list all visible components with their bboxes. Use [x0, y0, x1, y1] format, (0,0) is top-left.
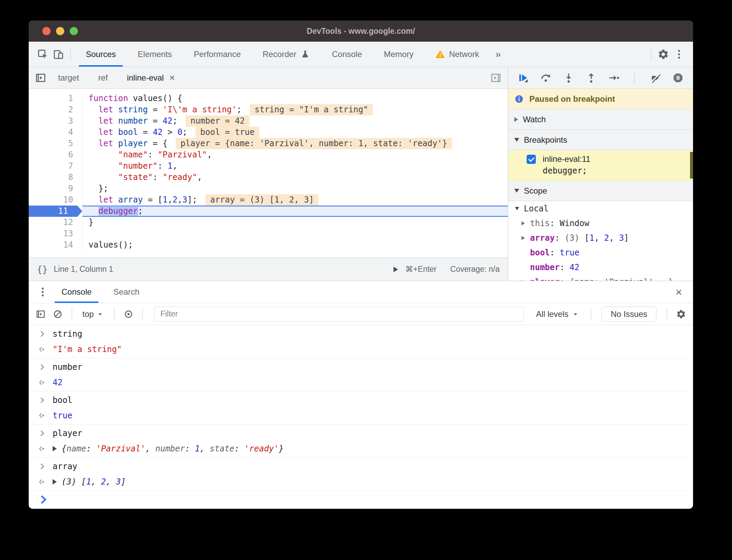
log-levels-selector[interactable]: All levels [531, 309, 584, 319]
console-result-row[interactable]: 42 [29, 375, 693, 390]
console-result-row[interactable]: {name: 'Parzival', number: 1, state: 're… [29, 441, 693, 456]
device-toolbar-icon[interactable] [51, 46, 66, 62]
code-text[interactable]: "number": 1, [82, 160, 508, 172]
console-prompt[interactable] [29, 491, 693, 508]
pause-on-exceptions-icon[interactable] [672, 71, 684, 85]
breakpoint-entry[interactable]: inline-eval:11 debugger; [508, 150, 693, 181]
step-into-icon[interactable] [562, 71, 575, 85]
tab-sources[interactable]: Sources [75, 42, 127, 67]
show-navigator-icon[interactable] [33, 70, 49, 86]
inspect-element-icon[interactable] [35, 46, 51, 62]
line-number[interactable]: 12 [29, 217, 82, 228]
customize-menu-icon[interactable] [671, 46, 687, 62]
minimize-window-button[interactable] [56, 27, 64, 35]
line-number[interactable]: 3 [29, 115, 82, 127]
file-tab-ref[interactable]: ref [89, 67, 117, 88]
code-text[interactable]: } [82, 217, 508, 228]
step-out-icon[interactable] [585, 71, 597, 85]
scope-row[interactable]: this: Window [508, 216, 693, 230]
code-text[interactable]: let player = {player = {name: 'Parzival'… [82, 138, 508, 149]
scope-row[interactable]: Local [508, 201, 693, 216]
tab-memory[interactable]: Memory [373, 42, 424, 67]
console-result-row[interactable]: (3) [1, 2, 3] [29, 474, 693, 489]
scope-row[interactable]: array: (3) [1, 2, 3] [508, 230, 693, 245]
run-snippet-icon[interactable] [391, 265, 400, 274]
scope-row[interactable]: number: 42 [508, 260, 693, 275]
issues-badge[interactable]: No Issues [601, 307, 656, 322]
line-number[interactable]: 7 [29, 160, 82, 172]
console-input-row[interactable]: bool [29, 392, 693, 408]
editor-line[interactable]: 1function values() { [29, 93, 508, 104]
editor-line[interactable]: 3 let number = 42;number = 42 [29, 115, 508, 127]
file-tab-inline-eval[interactable]: inline-eval× [117, 67, 184, 88]
line-number[interactable]: 2 [29, 104, 82, 115]
preview-panel-icon[interactable] [488, 70, 504, 86]
editor-line[interactable]: 13 [29, 228, 508, 239]
tab-performance[interactable]: Performance [183, 42, 252, 67]
code-text[interactable]: "name": "Parzival", [82, 149, 508, 160]
editor-line[interactable]: 7 "number": 1, [29, 160, 508, 172]
console-result-row[interactable]: "I'm a string" [29, 341, 693, 357]
scope-row[interactable]: bool: true [508, 245, 693, 260]
console-filter-input[interactable] [154, 307, 524, 322]
line-number[interactable]: 1 [29, 93, 82, 104]
tab-console[interactable]: Console [321, 42, 373, 67]
code-text[interactable]: function values() { [82, 93, 508, 104]
line-number[interactable]: 5 [29, 138, 82, 149]
console-input-row[interactable]: player [29, 425, 693, 441]
console-input-row[interactable]: string [29, 326, 693, 341]
editor-line[interactable]: 12} [29, 217, 508, 228]
scope-row[interactable]: player: {name: 'Parzival', …} [508, 275, 693, 281]
console-sidebar-icon[interactable] [33, 307, 48, 321]
line-number[interactable]: 13 [29, 228, 82, 239]
editor-line[interactable]: 14values(); [29, 239, 508, 251]
code-text[interactable]: let bool = 42 > 0;bool = true [82, 127, 508, 138]
editor-line[interactable]: 9 }; [29, 183, 508, 194]
step-over-icon[interactable] [540, 71, 552, 85]
close-window-button[interactable] [42, 27, 51, 35]
line-number[interactable]: 6 [29, 149, 82, 160]
zoom-window-button[interactable] [70, 27, 78, 35]
line-number[interactable]: 8 [29, 172, 82, 183]
more-tabs-icon[interactable]: » [490, 49, 506, 60]
tab-elements[interactable]: Elements [127, 42, 183, 67]
code-editor[interactable]: 1function values() {2 let string = 'I\'m… [29, 89, 508, 257]
chevron-right-icon[interactable] [521, 221, 525, 225]
context-selector[interactable]: top [79, 309, 107, 319]
chevron-right-icon[interactable] [521, 236, 525, 240]
console-input-row[interactable]: number [29, 359, 693, 375]
editor-line[interactable]: 5 let player = {player = {name: 'Parziva… [29, 138, 508, 149]
execution-line-marker[interactable]: 11 [29, 206, 82, 217]
breakpoints-section-header[interactable]: Breakpoints [508, 130, 693, 150]
line-number[interactable]: 9 [29, 183, 82, 194]
tab-network[interactable]: Network [424, 42, 490, 67]
watch-section-header[interactable]: Watch [508, 109, 693, 130]
drawer-tab-console[interactable]: Console [51, 281, 103, 303]
console-input-row[interactable]: array [29, 459, 693, 474]
editor-line[interactable]: 11 debugger; [29, 206, 508, 217]
editor-line[interactable]: 6 "name": "Parzival", [29, 149, 508, 160]
line-number[interactable]: 14 [29, 239, 82, 251]
settings-gear-icon[interactable] [655, 46, 671, 62]
expand-preview-icon[interactable] [53, 479, 57, 485]
code-text[interactable]: let array = [1,2,3];array = (3) [1, 2, 3… [82, 194, 508, 206]
console-result-row[interactable]: true [29, 408, 693, 423]
resume-script-icon[interactable] [517, 71, 529, 85]
clear-console-icon[interactable] [51, 307, 65, 321]
editor-line[interactable]: 10 let array = [1,2,3];array = (3) [1, 2… [29, 194, 508, 206]
scrollbar-thumb[interactable] [690, 152, 693, 179]
line-number[interactable]: 10 [29, 194, 82, 206]
code-text[interactable]: values(); [82, 239, 508, 251]
editor-line[interactable]: 4 let bool = 42 > 0;bool = true [29, 127, 508, 138]
close-file-tab-icon[interactable]: × [169, 73, 175, 83]
code-text[interactable] [82, 228, 508, 239]
pretty-print-icon[interactable]: {} [37, 264, 48, 275]
code-text[interactable]: "state": "ready", [82, 172, 508, 183]
close-drawer-icon[interactable]: × [670, 285, 687, 299]
file-tab-target[interactable]: target [49, 67, 89, 88]
live-expression-icon[interactable] [121, 307, 136, 321]
editor-line[interactable]: 8 "state": "ready", [29, 172, 508, 183]
console-settings-icon[interactable] [674, 307, 688, 321]
code-text[interactable]: let number = 42;number = 42 [82, 115, 508, 127]
drawer-tab-search[interactable]: Search [103, 281, 150, 303]
